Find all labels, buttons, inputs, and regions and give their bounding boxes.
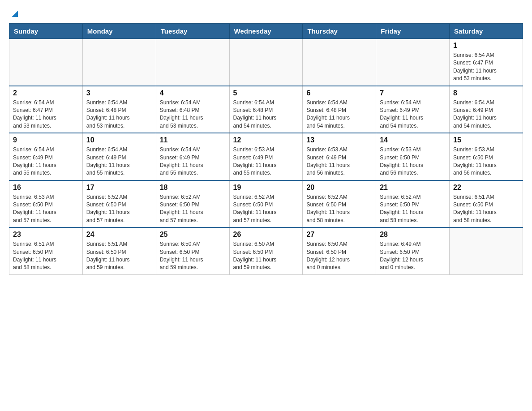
- day-number: 28: [380, 231, 446, 239]
- day-info: Sunrise: 6:49 AM Sunset: 6:50 PM Dayligh…: [380, 240, 446, 272]
- day-info: Sunrise: 6:53 AM Sunset: 6:50 PM Dayligh…: [380, 146, 446, 177]
- calendar-day-cell: 3Sunrise: 6:54 AM Sunset: 6:48 PM Daylig…: [82, 86, 156, 133]
- calendar-day-cell: 18Sunrise: 6:52 AM Sunset: 6:50 PM Dayli…: [156, 180, 229, 228]
- calendar-day-cell: 12Sunrise: 6:53 AM Sunset: 6:49 PM Dayli…: [229, 133, 303, 180]
- calendar-day-cell: 7Sunrise: 6:54 AM Sunset: 6:49 PM Daylig…: [376, 86, 450, 133]
- calendar-week-row: 23Sunrise: 6:51 AM Sunset: 6:50 PM Dayli…: [9, 227, 523, 274]
- calendar-day-cell: 23Sunrise: 6:51 AM Sunset: 6:50 PM Dayli…: [9, 227, 83, 274]
- day-number: 7: [380, 89, 446, 97]
- day-number: 24: [86, 231, 152, 239]
- day-number: 12: [233, 136, 299, 144]
- logo: [9, 9, 20, 19]
- day-info: Sunrise: 6:54 AM Sunset: 6:48 PM Dayligh…: [233, 99, 299, 130]
- day-info: Sunrise: 6:53 AM Sunset: 6:50 PM Dayligh…: [453, 146, 519, 177]
- calendar-week-row: 16Sunrise: 6:53 AM Sunset: 6:50 PM Dayli…: [9, 180, 523, 228]
- day-info: Sunrise: 6:54 AM Sunset: 6:49 PM Dayligh…: [160, 146, 226, 177]
- calendar-day-cell: 9Sunrise: 6:54 AM Sunset: 6:49 PM Daylig…: [9, 133, 83, 180]
- day-info: Sunrise: 6:51 AM Sunset: 6:50 PM Dayligh…: [13, 240, 79, 272]
- svg-marker-0: [12, 11, 18, 17]
- weekday-header-wednesday: Wednesday: [229, 24, 303, 39]
- day-number: 17: [86, 184, 152, 192]
- calendar-table: SundayMondayTuesdayWednesdayThursdayFrid…: [9, 23, 523, 275]
- calendar-day-cell: 10Sunrise: 6:54 AM Sunset: 6:49 PM Dayli…: [82, 133, 156, 180]
- day-number: 25: [160, 231, 226, 239]
- day-number: 26: [233, 231, 299, 239]
- calendar-day-cell: [229, 39, 303, 86]
- day-number: 22: [453, 184, 519, 192]
- weekday-header-tuesday: Tuesday: [156, 24, 229, 39]
- calendar-day-cell: 28Sunrise: 6:49 AM Sunset: 6:50 PM Dayli…: [376, 227, 450, 274]
- day-number: 6: [306, 89, 372, 97]
- day-number: 5: [233, 89, 299, 97]
- day-info: Sunrise: 6:51 AM Sunset: 6:50 PM Dayligh…: [86, 240, 152, 272]
- calendar-day-cell: [450, 227, 523, 274]
- day-info: Sunrise: 6:54 AM Sunset: 6:49 PM Dayligh…: [380, 99, 446, 130]
- calendar-header-row: SundayMondayTuesdayWednesdayThursdayFrid…: [9, 24, 523, 39]
- day-number: 21: [380, 184, 446, 192]
- day-info: Sunrise: 6:53 AM Sunset: 6:49 PM Dayligh…: [233, 146, 299, 177]
- calendar-day-cell: 22Sunrise: 6:51 AM Sunset: 6:50 PM Dayli…: [450, 180, 523, 228]
- calendar-day-cell: [9, 39, 83, 86]
- day-info: Sunrise: 6:54 AM Sunset: 6:48 PM Dayligh…: [86, 99, 152, 130]
- calendar-day-cell: 8Sunrise: 6:54 AM Sunset: 6:49 PM Daylig…: [450, 86, 523, 133]
- day-info: Sunrise: 6:50 AM Sunset: 6:50 PM Dayligh…: [160, 240, 226, 272]
- day-info: Sunrise: 6:54 AM Sunset: 6:49 PM Dayligh…: [86, 146, 152, 177]
- day-info: Sunrise: 6:54 AM Sunset: 6:49 PM Dayligh…: [453, 99, 519, 130]
- day-info: Sunrise: 6:52 AM Sunset: 6:50 PM Dayligh…: [86, 193, 152, 225]
- day-number: 23: [13, 231, 79, 239]
- calendar-day-cell: 27Sunrise: 6:50 AM Sunset: 6:50 PM Dayli…: [303, 227, 376, 274]
- calendar-day-cell: 14Sunrise: 6:53 AM Sunset: 6:50 PM Dayli…: [376, 133, 450, 180]
- day-info: Sunrise: 6:52 AM Sunset: 6:50 PM Dayligh…: [160, 193, 226, 225]
- day-number: 8: [453, 89, 519, 97]
- calendar-day-cell: [156, 39, 229, 86]
- page-header: [9, 9, 523, 19]
- day-info: Sunrise: 6:52 AM Sunset: 6:50 PM Dayligh…: [306, 193, 372, 225]
- calendar-day-cell: 17Sunrise: 6:52 AM Sunset: 6:50 PM Dayli…: [82, 180, 156, 228]
- calendar-day-cell: [303, 39, 376, 86]
- calendar-day-cell: 4Sunrise: 6:54 AM Sunset: 6:48 PM Daylig…: [156, 86, 229, 133]
- weekday-header-friday: Friday: [376, 24, 450, 39]
- calendar-day-cell: 19Sunrise: 6:52 AM Sunset: 6:50 PM Dayli…: [229, 180, 303, 228]
- day-info: Sunrise: 6:52 AM Sunset: 6:50 PM Dayligh…: [380, 193, 446, 225]
- day-number: 20: [306, 184, 372, 192]
- day-number: 27: [306, 231, 372, 239]
- weekday-header-monday: Monday: [82, 24, 156, 39]
- calendar-day-cell: [376, 39, 450, 86]
- day-number: 3: [86, 89, 152, 97]
- calendar-day-cell: [82, 39, 156, 86]
- calendar-day-cell: 6Sunrise: 6:54 AM Sunset: 6:48 PM Daylig…: [303, 86, 376, 133]
- calendar-week-row: 9Sunrise: 6:54 AM Sunset: 6:49 PM Daylig…: [9, 133, 523, 180]
- weekday-header-saturday: Saturday: [450, 24, 523, 39]
- day-info: Sunrise: 6:50 AM Sunset: 6:50 PM Dayligh…: [306, 240, 372, 272]
- day-number: 15: [453, 136, 519, 144]
- day-number: 4: [160, 89, 226, 97]
- day-info: Sunrise: 6:54 AM Sunset: 6:47 PM Dayligh…: [453, 51, 519, 83]
- day-info: Sunrise: 6:51 AM Sunset: 6:50 PM Dayligh…: [453, 193, 519, 225]
- calendar-day-cell: 5Sunrise: 6:54 AM Sunset: 6:48 PM Daylig…: [229, 86, 303, 133]
- day-info: Sunrise: 6:50 AM Sunset: 6:50 PM Dayligh…: [233, 240, 299, 272]
- calendar-week-row: 2Sunrise: 6:54 AM Sunset: 6:47 PM Daylig…: [9, 86, 523, 133]
- day-number: 19: [233, 184, 299, 192]
- day-info: Sunrise: 6:53 AM Sunset: 6:49 PM Dayligh…: [306, 146, 372, 177]
- day-info: Sunrise: 6:54 AM Sunset: 6:49 PM Dayligh…: [13, 146, 79, 177]
- day-number: 16: [13, 184, 79, 192]
- calendar-day-cell: 20Sunrise: 6:52 AM Sunset: 6:50 PM Dayli…: [303, 180, 376, 228]
- calendar-day-cell: 13Sunrise: 6:53 AM Sunset: 6:49 PM Dayli…: [303, 133, 376, 180]
- calendar-day-cell: 11Sunrise: 6:54 AM Sunset: 6:49 PM Dayli…: [156, 133, 229, 180]
- day-number: 11: [160, 136, 226, 144]
- day-info: Sunrise: 6:52 AM Sunset: 6:50 PM Dayligh…: [233, 193, 299, 225]
- day-number: 13: [306, 136, 372, 144]
- weekday-header-sunday: Sunday: [9, 24, 83, 39]
- calendar-week-row: 1Sunrise: 6:54 AM Sunset: 6:47 PM Daylig…: [9, 39, 523, 86]
- calendar-day-cell: 2Sunrise: 6:54 AM Sunset: 6:47 PM Daylig…: [9, 86, 83, 133]
- day-info: Sunrise: 6:54 AM Sunset: 6:47 PM Dayligh…: [13, 99, 79, 130]
- calendar-day-cell: 25Sunrise: 6:50 AM Sunset: 6:50 PM Dayli…: [156, 227, 229, 274]
- day-number: 2: [13, 89, 79, 97]
- day-number: 14: [380, 136, 446, 144]
- calendar-day-cell: 21Sunrise: 6:52 AM Sunset: 6:50 PM Dayli…: [376, 180, 450, 228]
- calendar-day-cell: 16Sunrise: 6:53 AM Sunset: 6:50 PM Dayli…: [9, 180, 83, 228]
- calendar-day-cell: 1Sunrise: 6:54 AM Sunset: 6:47 PM Daylig…: [450, 39, 523, 86]
- day-number: 1: [453, 42, 519, 50]
- weekday-header-thursday: Thursday: [303, 24, 376, 39]
- calendar-day-cell: 24Sunrise: 6:51 AM Sunset: 6:50 PM Dayli…: [82, 227, 156, 274]
